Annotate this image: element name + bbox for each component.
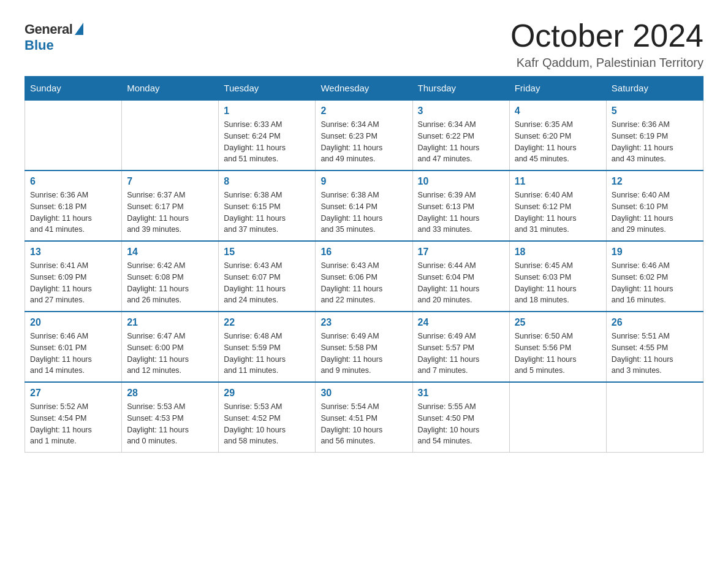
- day-number: 12: [612, 176, 698, 187]
- weekday-header-monday: Monday: [122, 77, 219, 101]
- day-info: Sunrise: 5:51 AM Sunset: 4:55 PM Dayligh…: [612, 331, 698, 377]
- logo-blue-text: Blue: [25, 37, 54, 53]
- calendar-cell: 27Sunrise: 5:52 AM Sunset: 4:54 PM Dayli…: [25, 382, 122, 453]
- day-info: Sunrise: 6:34 AM Sunset: 6:22 PM Dayligh…: [418, 119, 504, 165]
- calendar-cell: 4Sunrise: 6:35 AM Sunset: 6:20 PM Daylig…: [509, 100, 606, 170]
- day-info: Sunrise: 6:46 AM Sunset: 6:01 PM Dayligh…: [30, 331, 116, 377]
- day-number: 1: [224, 105, 310, 117]
- calendar-cell: 1Sunrise: 6:33 AM Sunset: 6:24 PM Daylig…: [219, 100, 316, 170]
- calendar-cell: 11Sunrise: 6:40 AM Sunset: 6:12 PM Dayli…: [509, 170, 606, 241]
- day-info: Sunrise: 6:40 AM Sunset: 6:10 PM Dayligh…: [612, 190, 698, 236]
- day-info: Sunrise: 6:48 AM Sunset: 5:59 PM Dayligh…: [224, 331, 310, 377]
- day-info: Sunrise: 6:47 AM Sunset: 6:00 PM Dayligh…: [127, 331, 213, 377]
- day-info: Sunrise: 6:50 AM Sunset: 5:56 PM Dayligh…: [515, 331, 601, 377]
- day-number: 28: [127, 388, 213, 399]
- day-number: 3: [418, 105, 504, 117]
- day-info: Sunrise: 6:36 AM Sunset: 6:19 PM Dayligh…: [612, 119, 698, 165]
- day-number: 20: [30, 317, 116, 328]
- calendar-cell: 15Sunrise: 6:43 AM Sunset: 6:07 PM Dayli…: [219, 241, 316, 312]
- logo: General Blue: [25, 21, 83, 53]
- day-number: 6: [30, 176, 116, 187]
- day-number: 26: [612, 317, 698, 328]
- location-label: Kafr Qaddum, Palestinian Territory: [510, 56, 703, 70]
- calendar-cell: 7Sunrise: 6:37 AM Sunset: 6:17 PM Daylig…: [122, 170, 219, 241]
- weekday-header-tuesday: Tuesday: [219, 77, 316, 101]
- logo-general-text: General: [25, 21, 72, 37]
- calendar-cell: 31Sunrise: 5:55 AM Sunset: 4:50 PM Dayli…: [412, 382, 509, 453]
- calendar-cell: 28Sunrise: 5:53 AM Sunset: 4:53 PM Dayli…: [122, 382, 219, 453]
- day-info: Sunrise: 6:41 AM Sunset: 6:09 PM Dayligh…: [30, 260, 116, 306]
- weekday-header-thursday: Thursday: [412, 77, 509, 101]
- calendar-cell: 5Sunrise: 6:36 AM Sunset: 6:19 PM Daylig…: [606, 100, 703, 170]
- day-number: 15: [224, 247, 310, 258]
- day-number: 5: [612, 105, 698, 117]
- day-info: Sunrise: 6:43 AM Sunset: 6:06 PM Dayligh…: [320, 260, 407, 306]
- day-info: Sunrise: 5:55 AM Sunset: 4:50 PM Dayligh…: [418, 401, 504, 447]
- day-number: 22: [224, 317, 310, 328]
- day-number: 14: [127, 247, 213, 258]
- day-info: Sunrise: 6:49 AM Sunset: 5:57 PM Dayligh…: [418, 331, 504, 377]
- calendar-cell: 18Sunrise: 6:45 AM Sunset: 6:03 PM Dayli…: [509, 241, 606, 312]
- day-number: 31: [418, 388, 504, 399]
- day-info: Sunrise: 6:34 AM Sunset: 6:23 PM Dayligh…: [320, 119, 407, 165]
- calendar-cell: 13Sunrise: 6:41 AM Sunset: 6:09 PM Dayli…: [25, 241, 122, 312]
- day-info: Sunrise: 6:36 AM Sunset: 6:18 PM Dayligh…: [30, 190, 116, 236]
- calendar-cell: 12Sunrise: 6:40 AM Sunset: 6:10 PM Dayli…: [606, 170, 703, 241]
- day-info: Sunrise: 5:54 AM Sunset: 4:51 PM Dayligh…: [320, 401, 407, 447]
- weekday-header-wednesday: Wednesday: [316, 77, 412, 101]
- day-number: 16: [320, 247, 407, 258]
- day-number: 2: [320, 105, 407, 117]
- calendar-cell: 25Sunrise: 6:50 AM Sunset: 5:56 PM Dayli…: [509, 312, 606, 382]
- calendar-cell: 8Sunrise: 6:38 AM Sunset: 6:15 PM Daylig…: [219, 170, 316, 241]
- day-info: Sunrise: 5:52 AM Sunset: 4:54 PM Dayligh…: [30, 401, 116, 447]
- day-info: Sunrise: 5:53 AM Sunset: 4:52 PM Dayligh…: [224, 401, 310, 447]
- calendar-cell: 19Sunrise: 6:46 AM Sunset: 6:02 PM Dayli…: [606, 241, 703, 312]
- calendar-cell: 3Sunrise: 6:34 AM Sunset: 6:22 PM Daylig…: [412, 100, 509, 170]
- calendar-cell: 26Sunrise: 5:51 AM Sunset: 4:55 PM Dayli…: [606, 312, 703, 382]
- page-header: General Blue October 2024 Kafr Qaddum, P…: [25, 18, 703, 70]
- day-number: 27: [30, 388, 116, 399]
- week-row-2: 6Sunrise: 6:36 AM Sunset: 6:18 PM Daylig…: [25, 170, 703, 241]
- calendar-cell: 9Sunrise: 6:38 AM Sunset: 6:14 PM Daylig…: [316, 170, 412, 241]
- day-number: 19: [612, 247, 698, 258]
- title-section: October 2024 Kafr Qaddum, Palestinian Te…: [510, 18, 703, 70]
- day-number: 4: [515, 105, 601, 117]
- day-info: Sunrise: 6:42 AM Sunset: 6:08 PM Dayligh…: [127, 260, 213, 306]
- calendar-cell: 10Sunrise: 6:39 AM Sunset: 6:13 PM Dayli…: [412, 170, 509, 241]
- day-number: 18: [515, 247, 601, 258]
- calendar-cell: [606, 382, 703, 453]
- week-row-3: 13Sunrise: 6:41 AM Sunset: 6:09 PM Dayli…: [25, 241, 703, 312]
- day-info: Sunrise: 6:44 AM Sunset: 6:04 PM Dayligh…: [418, 260, 504, 306]
- calendar-cell: 30Sunrise: 5:54 AM Sunset: 4:51 PM Dayli…: [316, 382, 412, 453]
- calendar-cell: 17Sunrise: 6:44 AM Sunset: 6:04 PM Dayli…: [412, 241, 509, 312]
- day-info: Sunrise: 6:49 AM Sunset: 5:58 PM Dayligh…: [320, 331, 407, 377]
- day-number: 29: [224, 388, 310, 399]
- calendar-cell: 24Sunrise: 6:49 AM Sunset: 5:57 PM Dayli…: [412, 312, 509, 382]
- calendar-cell: 20Sunrise: 6:46 AM Sunset: 6:01 PM Dayli…: [25, 312, 122, 382]
- day-number: 23: [320, 317, 407, 328]
- day-info: Sunrise: 6:35 AM Sunset: 6:20 PM Dayligh…: [515, 119, 601, 165]
- calendar-cell: 23Sunrise: 6:49 AM Sunset: 5:58 PM Dayli…: [316, 312, 412, 382]
- day-number: 9: [320, 176, 407, 187]
- day-number: 21: [127, 317, 213, 328]
- day-number: 30: [320, 388, 407, 399]
- day-number: 25: [515, 317, 601, 328]
- weekday-header-friday: Friday: [509, 77, 606, 101]
- day-info: Sunrise: 6:45 AM Sunset: 6:03 PM Dayligh…: [515, 260, 601, 306]
- calendar-cell: [122, 100, 219, 170]
- logo-triangle-icon: [75, 23, 83, 35]
- weekday-header-row: SundayMondayTuesdayWednesdayThursdayFrid…: [25, 77, 703, 101]
- calendar-cell: 21Sunrise: 6:47 AM Sunset: 6:00 PM Dayli…: [122, 312, 219, 382]
- day-number: 13: [30, 247, 116, 258]
- weekday-header-sunday: Sunday: [25, 77, 122, 101]
- day-number: 11: [515, 176, 601, 187]
- calendar-cell: 22Sunrise: 6:48 AM Sunset: 5:59 PM Dayli…: [219, 312, 316, 382]
- calendar-table: SundayMondayTuesdayWednesdayThursdayFrid…: [25, 76, 703, 453]
- week-row-1: 1Sunrise: 6:33 AM Sunset: 6:24 PM Daylig…: [25, 100, 703, 170]
- day-number: 7: [127, 176, 213, 187]
- day-info: Sunrise: 6:46 AM Sunset: 6:02 PM Dayligh…: [612, 260, 698, 306]
- calendar-cell: 2Sunrise: 6:34 AM Sunset: 6:23 PM Daylig…: [316, 100, 412, 170]
- calendar-cell: 6Sunrise: 6:36 AM Sunset: 6:18 PM Daylig…: [25, 170, 122, 241]
- calendar-cell: 29Sunrise: 5:53 AM Sunset: 4:52 PM Dayli…: [219, 382, 316, 453]
- calendar-cell: 14Sunrise: 6:42 AM Sunset: 6:08 PM Dayli…: [122, 241, 219, 312]
